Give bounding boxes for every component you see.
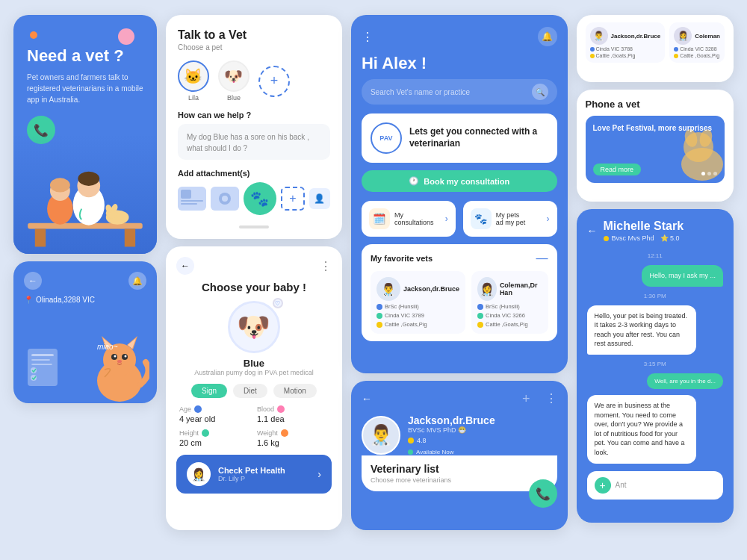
fav-vet2-detail: Cinda VIC 3288 bbox=[674, 46, 720, 52]
book-consultation-button[interactable]: 🕐 Book my consultation bbox=[362, 170, 557, 192]
fav-top-vet-2[interactable]: 👩‍⚕️ Coleman Cinda VIC 3288 Cattle ,Goat… bbox=[669, 22, 725, 63]
baby-pet-center: 🐶 ♡ Blue Australian pumy dog in PVA pet … bbox=[176, 301, 332, 376]
search-placeholder: Search Vet's name or practice bbox=[371, 88, 470, 96]
vet-main-avatar: 👨‍⚕️ bbox=[362, 416, 400, 455]
collapse-icon[interactable]: — bbox=[536, 252, 548, 265]
svg-rect-1 bbox=[35, 228, 46, 246]
check-pet-avatar: 👩‍⚕️ bbox=[187, 462, 211, 486]
vet-bruce-type: Cattle ,Goats,Pig bbox=[376, 321, 459, 328]
card-chat: ← Michelle Stark Bvsc Mvs Phd ⭐ 5.0 12:1… bbox=[577, 209, 734, 523]
call-vet-button[interactable]: 📞 bbox=[529, 479, 557, 508]
location-dot bbox=[376, 313, 382, 319]
chat-attach-button[interactable]: + bbox=[595, 477, 611, 494]
height-value: 20 cm bbox=[179, 438, 251, 447]
paw-badge: 🐾 bbox=[244, 182, 276, 215]
vet-han-name: Coleman,Dr Han bbox=[500, 281, 542, 296]
chat-degree: Bvsc Mvs Phd bbox=[612, 234, 654, 242]
rating-star-icon bbox=[408, 438, 414, 444]
baby-pet-desc: Australian pumy dog in PVA pet medical bbox=[194, 369, 313, 376]
plus-decoration: + bbox=[522, 391, 530, 407]
vet-han-degree: BrSc (Hunsili) bbox=[477, 303, 542, 310]
search-bar[interactable]: Search Vet's name or practice 🔍 bbox=[362, 79, 557, 105]
fav-vet1-detail: Cinda VIC 3788 bbox=[590, 46, 661, 52]
tab-sign[interactable]: Sign bbox=[191, 384, 227, 398]
blood-label: Blood bbox=[257, 405, 274, 413]
vet-card-bruce[interactable]: 👨‍⚕️ Jackson,dr.Bruce BrSc (Hunsili) Cin… bbox=[371, 271, 465, 334]
card-top-vets: 👨‍⚕️ Jackson,dr.Bruce Cinda VIC 3788 Cat… bbox=[577, 15, 734, 82]
tab-motion[interactable]: Motion bbox=[273, 384, 317, 398]
check-pet-info: Check Pet Health Dr. Lily P bbox=[218, 466, 310, 482]
attach-thumb-2 bbox=[211, 187, 239, 211]
pet-lila-name: Lila bbox=[178, 94, 209, 102]
tab-diet[interactable]: Diet bbox=[233, 384, 267, 398]
vet-illustration bbox=[13, 134, 157, 254]
chat-rating-dot bbox=[604, 236, 609, 241]
attachment-person-icon: 👤 bbox=[309, 188, 330, 209]
blood-value: 1.1 dea bbox=[257, 414, 329, 423]
need-vet-desc: Pet owners and farmers talk to registere… bbox=[27, 72, 143, 105]
pet-stats-grid: Age 4 year old Blood 1.1 dea Height bbox=[176, 405, 332, 447]
chat-header: ← Michelle Stark Bvsc Mvs Phd ⭐ 5.0 bbox=[587, 220, 724, 242]
svg-rect-28 bbox=[31, 364, 52, 365]
fav-vets-title: My favorite vets bbox=[371, 254, 433, 263]
type-dot bbox=[376, 322, 382, 328]
favorite-icon[interactable]: ♡ bbox=[273, 298, 283, 308]
chat-input[interactable]: Ant bbox=[616, 481, 716, 489]
more-options-icon[interactable]: ⋮ bbox=[320, 259, 332, 273]
vet-han-location: Cinda VIC 3266 bbox=[477, 312, 542, 319]
check-pet-bar[interactable]: 👩‍⚕️ Check Pet Health Dr. Lily P › bbox=[176, 455, 332, 494]
scroll-indicator bbox=[239, 225, 269, 228]
pets-icon: 🐾 bbox=[471, 208, 492, 229]
my-consultations-action[interactable]: 🗓️ Myconsultations › bbox=[362, 201, 456, 237]
my-pets-action[interactable]: 🐾 My petsad my pet › bbox=[463, 201, 557, 237]
msg-time-1: 12:11 bbox=[587, 252, 724, 259]
vet1-type-dot bbox=[590, 54, 595, 58]
chat-input-bar[interactable]: + Ant bbox=[587, 471, 724, 500]
add-pet-button[interactable]: + bbox=[258, 66, 290, 97]
promo-banner: Love Pet Festival, more surprises Read m… bbox=[586, 116, 725, 183]
chat-back-button[interactable]: ← bbox=[587, 225, 598, 237]
fav-vet1-name: Jackson,dr.Bruce bbox=[611, 33, 661, 40]
svg-point-22 bbox=[124, 355, 126, 358]
degree-dot-2 bbox=[477, 304, 483, 310]
fav-vets-header: My favorite vets — bbox=[371, 252, 548, 265]
bell-icon[interactable]: 🔔 bbox=[128, 272, 146, 290]
add-attachment-button[interactable]: + bbox=[281, 187, 305, 211]
more-options-vet[interactable]: ⋮ bbox=[545, 391, 557, 405]
card-need-vet: Need a vet ? Pet owners and farmers talk… bbox=[13, 15, 157, 254]
chat-vet-name: Michelle Stark bbox=[604, 220, 684, 233]
vet-han-type: Cattle ,Goats,Pig bbox=[477, 321, 542, 328]
vet-card-han[interactable]: 👩‍⚕️ Coleman,Dr Han BrSc (Hunsili) Cinda… bbox=[471, 271, 548, 334]
svg-point-37 bbox=[222, 196, 228, 202]
menu-dots-icon[interactable]: ⋮ bbox=[362, 30, 375, 44]
bell-icon[interactable]: 🔔 bbox=[538, 27, 557, 46]
pet-blue[interactable]: 🐶 bbox=[218, 60, 249, 92]
back-button-baby[interactable]: ← bbox=[176, 257, 194, 275]
column-1: Need a vet ? Pet owners and farmers talk… bbox=[13, 15, 157, 403]
fav-top-vet-1[interactable]: 👨‍⚕️ Jackson,dr.Bruce Cinda VIC 3788 Cat… bbox=[586, 22, 666, 63]
vet1-dot bbox=[590, 47, 595, 52]
vet-bruce-degree: BrSc (Hunsili) bbox=[376, 303, 459, 310]
read-more-button[interactable]: Read more bbox=[593, 164, 642, 175]
pets-row: 🐱 Lila 🐶 Blue + bbox=[178, 60, 330, 102]
choose-baby-title: Choose your baby ! bbox=[176, 281, 332, 293]
back-button-vet[interactable]: ← bbox=[362, 393, 372, 405]
stat-age: Age 4 year old bbox=[179, 405, 251, 423]
pet-lila[interactable]: 🐱 bbox=[178, 60, 209, 92]
svg-rect-27 bbox=[31, 359, 50, 361]
back-button[interactable]: ← bbox=[24, 272, 42, 290]
msg-sent-1: Hello, may I ask my ... bbox=[642, 265, 723, 287]
help-textarea[interactable]: My dog Blue has a sore on his back , wha… bbox=[178, 124, 330, 160]
svg-rect-33 bbox=[181, 200, 203, 202]
phone-vet-title: Phone a vet bbox=[586, 99, 725, 110]
pet-tabs: Sign Diet Motion bbox=[176, 384, 332, 398]
stat-height: Height 20 cm bbox=[179, 429, 251, 447]
location-dot-2 bbox=[477, 313, 483, 319]
dot-1 bbox=[701, 172, 705, 175]
svg-point-8 bbox=[50, 178, 70, 192]
pet-blue-name: Blue bbox=[218, 94, 249, 102]
help-label: How can we help ? bbox=[178, 111, 330, 119]
top-icons: ⋮ 🔔 bbox=[362, 27, 557, 46]
search-icon[interactable]: 🔍 bbox=[532, 84, 548, 100]
blood-dot bbox=[277, 405, 285, 413]
